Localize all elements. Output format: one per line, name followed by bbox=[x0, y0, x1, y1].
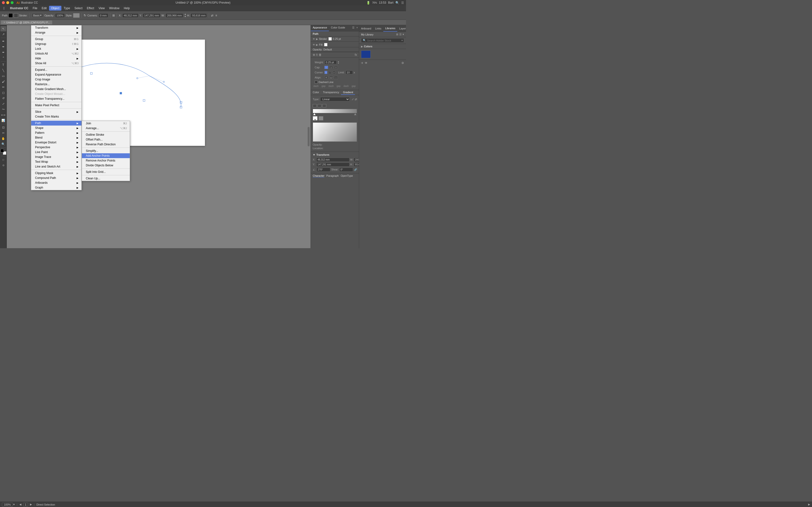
menu-clipping-mask[interactable]: Clipping Mask ▶ bbox=[31, 171, 82, 175]
search-icon[interactable]: 🔍 bbox=[395, 1, 399, 5]
corner-bevel[interactable]: ⌐ bbox=[333, 71, 336, 74]
tool-paintbrush[interactable]: 🖌 bbox=[0, 79, 6, 84]
menu-effect[interactable]: Effect bbox=[85, 6, 96, 11]
menu-ungroup[interactable]: Ungroup ⇧⌘G bbox=[31, 42, 82, 46]
tab-color-guide[interactable]: Color Guide bbox=[329, 25, 347, 31]
tw-input[interactable] bbox=[354, 158, 359, 162]
notification-icon[interactable]: ☰ bbox=[401, 1, 404, 5]
new-art-attr-icon[interactable]: ⊕ bbox=[313, 53, 315, 56]
path-simplify[interactable]: Simplify... bbox=[82, 149, 130, 153]
weight-up-icon[interactable]: ▲ bbox=[338, 61, 339, 62]
add-to-library-icon[interactable]: + bbox=[361, 61, 363, 65]
menu-flatten-transparency[interactable]: Flatten Transparency... bbox=[31, 96, 82, 101]
transform-collapse-icon[interactable]: ▼ bbox=[313, 153, 315, 156]
char-tab-paragraph[interactable]: Paragraph bbox=[326, 174, 339, 177]
menu-object[interactable]: Object bbox=[49, 6, 61, 11]
maximize-button[interactable] bbox=[11, 1, 13, 4]
opacity-input[interactable]: 100% bbox=[55, 13, 65, 18]
expand-stroke-icon[interactable]: ▶ bbox=[316, 38, 318, 40]
angle-input[interactable] bbox=[317, 168, 331, 172]
menu-create-trim-marks[interactable]: Create Trim Marks bbox=[31, 114, 82, 119]
menu-path[interactable]: Path ▶ bbox=[31, 121, 82, 125]
tool-remove-anchor[interactable]: ✒ bbox=[0, 50, 6, 55]
path-join[interactable]: Join ⌘J bbox=[82, 121, 130, 126]
cap-square[interactable]: □ bbox=[334, 66, 338, 69]
menu-arrange[interactable]: Arrange ▶ bbox=[31, 30, 82, 35]
weight-down-icon[interactable]: ▼ bbox=[338, 62, 339, 64]
tool-anchor-point[interactable]: ⌃ bbox=[0, 55, 6, 61]
stroke-swatch[interactable] bbox=[0, 149, 4, 152]
path-average[interactable]: Average... ⌥⌘J bbox=[82, 126, 130, 131]
fill-stroke-selector[interactable] bbox=[0, 149, 6, 155]
h-input[interactable]: 93,616 mm bbox=[191, 13, 207, 18]
menu-blend[interactable]: Blend ▶ bbox=[31, 135, 82, 140]
menu-text-wrap[interactable]: Text Wrap ▶ bbox=[31, 159, 82, 164]
menu-file[interactable]: File bbox=[31, 6, 39, 11]
tab-color[interactable]: Color bbox=[311, 90, 321, 95]
tab-layers[interactable]: Layers bbox=[397, 25, 406, 32]
x-input[interactable]: 48,312 mm bbox=[122, 13, 139, 18]
y-input[interactable]: 147,291 mm bbox=[143, 13, 160, 18]
path-clean-up[interactable]: Clean Up... bbox=[82, 176, 130, 181]
grid-view-icon[interactable]: ⊞ bbox=[396, 33, 398, 36]
char-tab-character[interactable]: Character bbox=[313, 174, 324, 177]
menu-help[interactable]: Help bbox=[122, 6, 132, 11]
align-center[interactable]: ≡ bbox=[324, 76, 328, 79]
menu-group[interactable]: Group ⌘G bbox=[31, 37, 82, 42]
gradient-stop-right[interactable] bbox=[354, 113, 356, 115]
tool-selection[interactable]: ↖ bbox=[0, 26, 6, 32]
tool-add-anchor[interactable]: ✒ bbox=[0, 44, 6, 50]
menu-view[interactable]: View bbox=[97, 6, 107, 11]
corners-input[interactable]: 0 mm bbox=[99, 13, 108, 18]
close-button[interactable] bbox=[2, 1, 5, 4]
tool-scale[interactable]: ⤢ bbox=[0, 101, 6, 107]
tab-close-btn[interactable]: ✕ bbox=[3, 21, 5, 24]
panel-close-icon[interactable]: × bbox=[355, 25, 359, 31]
menu-unlock-all[interactable]: Unlock All ⌥⌘2 bbox=[31, 51, 82, 56]
align-icon[interactable]: ≡ bbox=[215, 14, 217, 17]
tab-links[interactable]: Links bbox=[373, 25, 383, 32]
path-remove-anchor-points[interactable]: Remove Anchor Points bbox=[82, 158, 130, 163]
tool-warp[interactable]: 〜 bbox=[0, 107, 6, 112]
tool-hand[interactable]: ✋ bbox=[0, 136, 6, 141]
library-dropdown[interactable]: My Library ⊞ ☰ ▾ bbox=[359, 32, 406, 37]
duplicate-icon[interactable]: ⎘ bbox=[316, 53, 318, 56]
document-tab[interactable]: ✕ Untitled-1* @ 100% (CMYK/GPU P... bbox=[1, 20, 52, 24]
constrain-icon[interactable]: 🔗 bbox=[354, 168, 357, 171]
menu-compound-path[interactable]: Compound Path ▶ bbox=[31, 175, 82, 180]
weight-stepper[interactable]: ▲ ▼ bbox=[338, 61, 339, 64]
w-input[interactable]: 200,966 mm bbox=[165, 13, 183, 18]
chevron-right-icon[interactable]: ▶ bbox=[361, 45, 363, 48]
tx-input[interactable] bbox=[316, 158, 349, 162]
show-on-cloud-icon[interactable]: 👁 bbox=[365, 61, 367, 65]
delete-icon[interactable]: 🗑 bbox=[319, 53, 322, 56]
menu-select[interactable]: Select bbox=[72, 6, 84, 11]
path-outline-stroke[interactable]: Outline Stroke bbox=[82, 132, 130, 137]
menu-line-sketch[interactable]: Line and Sketch Art ▶ bbox=[31, 164, 82, 169]
resize-icon[interactable]: ⇄ bbox=[211, 14, 213, 17]
menu-type[interactable]: Type bbox=[62, 6, 72, 11]
w-increment[interactable]: ▲ bbox=[184, 13, 186, 15]
chevron-down-icon[interactable]: ▾ bbox=[403, 33, 404, 36]
style-swatch[interactable] bbox=[73, 13, 80, 18]
minimize-button[interactable] bbox=[6, 1, 9, 4]
menu-crop-image[interactable]: Crop Image bbox=[31, 77, 82, 82]
menu-perspective[interactable]: Perspective ▶ bbox=[31, 145, 82, 150]
menu-shape[interactable]: Shape ▶ bbox=[31, 125, 82, 130]
tool-column-graph[interactable]: 📊 bbox=[0, 118, 6, 123]
path-offset-path[interactable]: Offset Path... bbox=[82, 137, 130, 142]
lib-settings-icon[interactable]: ⚙ bbox=[401, 61, 404, 65]
menu-graph[interactable]: Graph ▶ bbox=[31, 185, 82, 190]
ty-input[interactable] bbox=[316, 163, 349, 167]
grid-icon[interactable]: ⊞ bbox=[112, 14, 115, 17]
align-outside[interactable]: ⌵ bbox=[334, 76, 338, 79]
corner-round[interactable]: ⌒ bbox=[328, 71, 332, 74]
menu-image-trace[interactable]: Image Trace ▶ bbox=[31, 155, 82, 159]
tool-rotate[interactable]: ↺ bbox=[0, 96, 6, 101]
tool-rect[interactable]: ▭ bbox=[0, 73, 6, 79]
tab-artboard[interactable]: Artboard bbox=[359, 25, 373, 32]
menu-rasterize[interactable]: Rasterize... bbox=[31, 82, 82, 87]
align-inside[interactable]: ⌴ bbox=[329, 76, 333, 79]
tab-transparency[interactable]: Transparency bbox=[321, 90, 341, 95]
menu-artboards[interactable]: Artboards ▶ bbox=[31, 180, 82, 185]
